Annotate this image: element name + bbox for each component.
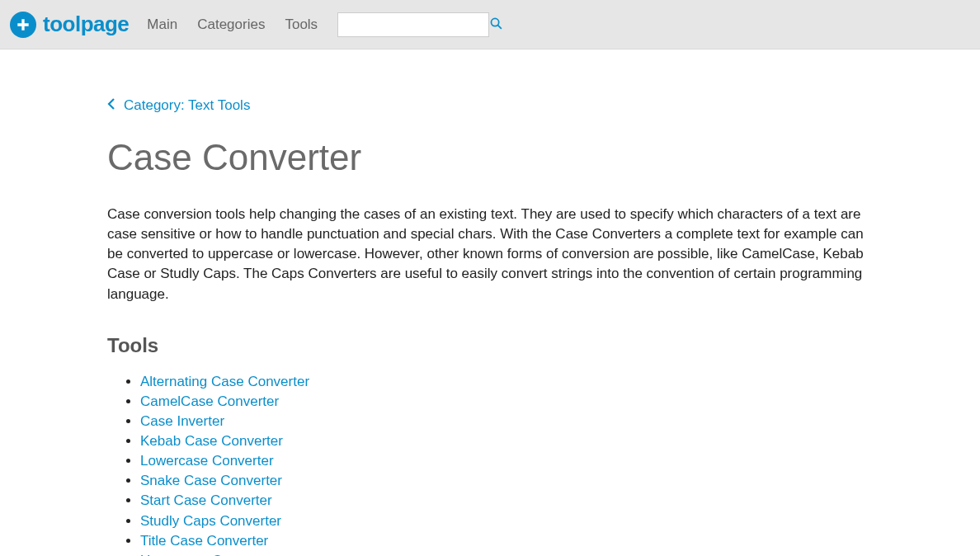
tool-link[interactable]: Start Case Converter [140, 492, 272, 508]
search-input[interactable] [345, 18, 489, 31]
list-item: Lowercase Converter [140, 451, 873, 471]
brand-name: toolpage [43, 12, 129, 37]
tool-link[interactable]: Alternating Case Converter [140, 374, 309, 389]
tools-list: Alternating Case ConverterCamelCase Conv… [107, 372, 873, 556]
nav-categories[interactable]: Categories [197, 16, 265, 33]
svg-line-1 [498, 25, 502, 28]
logo-icon [10, 12, 36, 38]
list-item: Start Case Converter [140, 491, 873, 511]
list-item: Case Inverter [140, 412, 873, 431]
search-box [337, 12, 489, 37]
tool-link[interactable]: Kebab Case Converter [140, 433, 283, 449]
tool-link[interactable]: Uppercase Converter - convert to upperca… [140, 553, 417, 556]
brand-logo[interactable]: toolpage [10, 12, 129, 38]
nav-tools[interactable]: Tools [285, 16, 318, 33]
page-description: Case conversion tools help changing the … [107, 205, 873, 304]
tool-link[interactable]: Lowercase Converter [140, 453, 274, 469]
list-item: Title Case Converter [140, 531, 873, 551]
page-title: Case Converter [107, 137, 873, 178]
main-content: Category: Text Tools Case Converter Case… [94, 97, 886, 556]
breadcrumb: Category: Text Tools [107, 97, 873, 114]
list-item: Snake Case Converter [140, 471, 873, 491]
tool-link[interactable]: CamelCase Converter [140, 393, 279, 409]
breadcrumb-link[interactable]: Category: Text Tools [124, 97, 250, 114]
list-item: Studly Caps Converter [140, 511, 873, 531]
tool-link[interactable]: Studly Caps Converter [140, 513, 281, 529]
search-icon [489, 16, 503, 33]
nav-main[interactable]: Main [147, 16, 177, 33]
tool-link[interactable]: Case Inverter [140, 413, 224, 429]
search-button[interactable] [489, 16, 503, 33]
list-item: CamelCase Converter [140, 392, 873, 412]
tool-link[interactable]: Title Case Converter [140, 533, 268, 549]
tool-link[interactable]: Snake Case Converter [140, 473, 282, 488]
list-item: Kebab Case Converter [140, 431, 873, 451]
chevron-left-icon [107, 97, 115, 114]
list-item: Alternating Case Converter [140, 372, 873, 392]
tools-heading: Tools [107, 334, 873, 357]
top-bar: toolpage Main Categories Tools [0, 0, 980, 49]
list-item: Uppercase Converter - convert to upperca… [140, 551, 873, 556]
main-nav: Main Categories Tools [147, 16, 318, 33]
svg-point-0 [492, 18, 499, 26]
